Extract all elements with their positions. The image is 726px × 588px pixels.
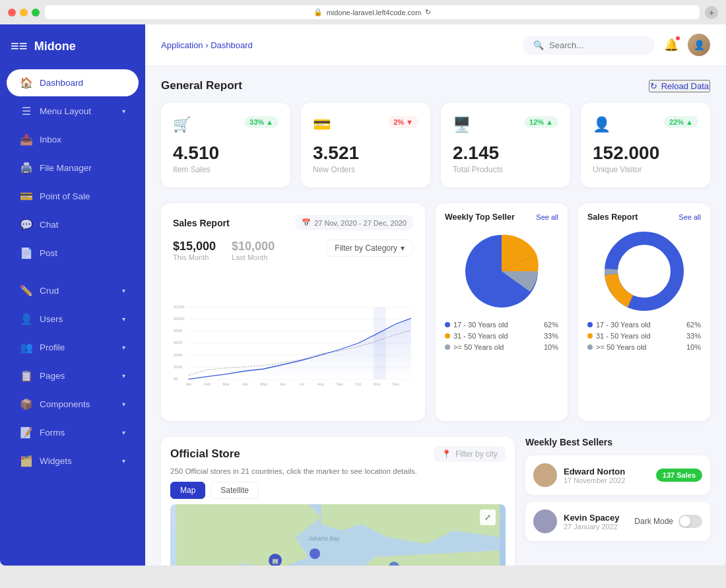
stat-badge: 33% ▲: [244, 116, 279, 128]
fullscreen-button[interactable]: [32, 9, 40, 16]
sidebar-item-label: Crud: [40, 286, 59, 296]
svg-text:$600: $600: [174, 341, 183, 344]
svg-text:Aug: Aug: [317, 382, 323, 386]
sidebar-item-point-of-sale[interactable]: 💳 Point of Sale: [7, 183, 139, 210]
sidebar-item-post[interactable]: 📄 Post: [7, 240, 139, 267]
legend-left: 31 - 50 Years old: [445, 332, 508, 340]
sales-report-donut-see-all[interactable]: See all: [678, 213, 701, 221]
minimize-button[interactable]: [20, 9, 28, 16]
svg-text:Jul: Jul: [299, 382, 304, 386]
legend-left: 17 - 30 Years old: [587, 321, 651, 329]
sales-report-card: Sales Report 📅 27 Nov, 2020 - 27 Dec, 20…: [161, 203, 425, 421]
sidebar-item-inbox[interactable]: 📥 Inbox: [7, 126, 139, 153]
stat-badge: 22% ▲: [664, 116, 698, 128]
traffic-lights: [8, 9, 40, 16]
svg-text:$0: $0: [174, 377, 178, 381]
dark-mode-label: Dark Mode: [634, 517, 673, 526]
map-area: Jakarta Bay 🏢 Tangerang Rengasdengk ⤢: [170, 504, 506, 566]
search-icon: 🔍: [533, 40, 544, 50]
sidebar-item-menu-layout[interactable]: ☰ Menu Layout ▾: [7, 98, 139, 125]
category-filter[interactable]: Filter by Category ▾: [326, 240, 413, 257]
avatar[interactable]: 👤: [688, 34, 710, 56]
chevron-down-icon: ▾: [122, 429, 125, 436]
seller-badge: 137 Sales: [656, 469, 702, 482]
search-box[interactable]: 🔍: [523, 36, 655, 55]
seller-name: Edward Norton: [564, 467, 649, 476]
sidebar-item-file-manager[interactable]: 🖨️ File Manager: [7, 154, 139, 181]
sidebar-item-components[interactable]: 📦 Components ▾: [7, 391, 139, 418]
sidebar-item-label: Post: [40, 248, 57, 258]
weekly-top-seller-title: Weekly Top Seller: [445, 212, 515, 222]
sidebar-item-pages[interactable]: 📋 Pages ▾: [7, 362, 139, 389]
inbox-icon: 📥: [20, 133, 33, 146]
sidebar-item-label: Profile: [40, 343, 65, 352]
map-filter[interactable]: 📍 Filter by city: [434, 446, 506, 462]
notification-button[interactable]: 🔔: [664, 38, 678, 52]
svg-point-32: [619, 246, 669, 296]
legend-dot: [445, 322, 450, 327]
legend-dot: [587, 322, 593, 327]
date-filter[interactable]: 📅 27 Nov, 2020 - 27 Dec, 2020: [295, 215, 413, 230]
stat-card-new-orders: 💳 2% ▼ 3.521 New Orders: [301, 103, 430, 187]
weekly-top-seller-card: Weekly Top Seller See all: [436, 203, 568, 421]
stat-cards: 🛒 33% ▲ 4.510 Item Sales 💳 2% ▼ 3.521 Ne…: [161, 103, 710, 187]
users-icon: 👤: [20, 313, 33, 325]
refresh-icon: ↻: [425, 8, 431, 16]
legend-dot: [587, 344, 593, 350]
sidebar-item-chat[interactable]: 💬 Chat: [7, 211, 139, 238]
map-tabs: Map Satellite: [170, 482, 506, 499]
sidebar-item-profile[interactable]: 👥 Profile ▾: [7, 334, 139, 361]
sidebar-item-users[interactable]: 👤 Users ▾: [7, 306, 139, 333]
seller-item: Edward Norton 17 November 2022 137 Sales: [525, 455, 710, 495]
last-month-label: Last Month: [232, 253, 275, 261]
this-month-label: This Month: [173, 253, 216, 261]
chevron-down-icon: ▾: [122, 344, 125, 351]
legend-dot: [445, 333, 450, 339]
reload-button[interactable]: ↻ Reload Data: [649, 80, 710, 92]
svg-text:Mar: Mar: [223, 382, 230, 386]
lock-icon: 🔒: [314, 8, 323, 16]
new-tab-button[interactable]: +: [705, 6, 718, 19]
sidebar-item-label: File Manager: [40, 163, 92, 173]
sales-report-header: Sales Report 📅 27 Nov, 2020 - 27 Dec, 20…: [173, 215, 413, 230]
seller-info: Kevin Spacey 27 January 2022: [564, 513, 628, 531]
sidebar-item-label: Chat: [40, 220, 59, 230]
map-tab-map[interactable]: Map: [170, 482, 205, 499]
legend-percentage: 10%: [544, 343, 558, 351]
weekly-top-seller-see-all[interactable]: See all: [536, 213, 558, 221]
legend-left: >= 50 Years old: [445, 343, 504, 351]
official-store-title: Official Store: [170, 447, 240, 461]
forms-icon: 📝: [20, 426, 33, 439]
arrow-icon: ▼: [406, 118, 413, 126]
calendar-icon: 📅: [302, 218, 311, 227]
svg-text:$800: $800: [174, 329, 183, 333]
search-input[interactable]: [549, 40, 644, 50]
svg-text:Apr: Apr: [242, 382, 248, 386]
close-button[interactable]: [8, 9, 16, 16]
sidebar-item-forms[interactable]: 📝 Forms ▾: [7, 419, 139, 446]
map-tab-satellite[interactable]: Satellite: [211, 482, 259, 499]
sidebar-item-label: Widgets: [40, 456, 72, 466]
stat-value: 3.521: [313, 143, 418, 164]
sidebar-item-widgets[interactable]: 🗂️ Widgets ▾: [7, 447, 139, 474]
general-report-title: General Report: [161, 79, 242, 92]
chevron-down-icon: ▾: [122, 315, 125, 323]
official-store-card: Official Store 📍 Filter by city 250 Offi…: [161, 437, 515, 566]
legend-label: 17 - 30 Years old: [453, 321, 508, 329]
address-bar[interactable]: 🔒 midone-laravel.left4code.com ↻: [45, 5, 700, 19]
arrow-icon: ▲: [686, 118, 693, 126]
sidebar-item-label: Components: [40, 399, 90, 409]
legend-left: 31 - 50 Years old: [587, 332, 651, 340]
legend-dot: [587, 333, 593, 339]
arrow-icon: ▲: [546, 118, 553, 126]
sidebar-item-dashboard[interactable]: 🏠 Dashboard: [7, 69, 139, 96]
reload-icon: ↻: [650, 81, 657, 91]
svg-text:Jan: Jan: [185, 382, 191, 386]
breadcrumb-parent: Application: [161, 40, 203, 50]
sidebar-item-crud[interactable]: ✏️ Crud ▾: [7, 277, 139, 304]
svg-text:$200: $200: [174, 365, 183, 369]
svg-text:$1200: $1200: [174, 305, 185, 309]
sellers-list: Edward Norton 17 November 2022 137 Sales…: [525, 455, 710, 541]
dark-mode-switch[interactable]: [678, 515, 702, 528]
sidebar-logo: ≡≡ Midone: [0, 24, 145, 68]
